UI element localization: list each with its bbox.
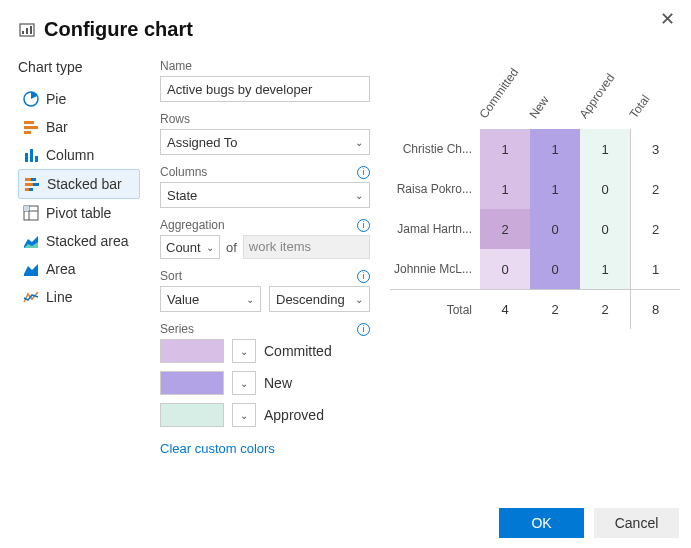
chart-type-label: Bar (46, 119, 68, 135)
pivot-table-icon (22, 204, 40, 222)
svg-rect-2 (26, 28, 28, 34)
series-row: ⌄ Approved (160, 403, 370, 427)
series-name: Committed (264, 343, 332, 359)
sort-by-select[interactable]: Value ⌄ (160, 286, 261, 312)
preview-col-header: Approved (580, 73, 630, 129)
name-label: Name (160, 59, 192, 73)
chevron-down-icon: ⌄ (240, 378, 248, 389)
chart-type-label: Stacked area (46, 233, 129, 249)
chevron-down-icon: ⌄ (206, 242, 214, 253)
ok-button[interactable]: OK (499, 508, 584, 538)
series-name: New (264, 375, 292, 391)
chart-type-heading: Chart type (18, 59, 140, 75)
column-icon (22, 146, 40, 164)
close-icon: ✕ (660, 9, 675, 29)
area-icon (22, 260, 40, 278)
preview-row: Jamal Hartn... 2 0 0 2 (390, 209, 680, 249)
pie-icon (22, 90, 40, 108)
preview-row: Raisa Pokro... 1 1 0 2 (390, 169, 680, 209)
info-icon[interactable]: i (357, 323, 370, 336)
aggregation-select[interactable]: Count ⌄ (160, 235, 220, 259)
chart-type-label: Pivot table (46, 205, 111, 221)
chart-type-stacked-bar[interactable]: Stacked bar (18, 169, 140, 199)
aggregation-label: Aggregation (160, 218, 225, 232)
chart-type-stacked-area[interactable]: Stacked area (18, 227, 140, 255)
chart-type-pivot-table[interactable]: Pivot table (18, 199, 140, 227)
chevron-down-icon: ⌄ (355, 137, 363, 148)
svg-rect-11 (25, 178, 31, 181)
color-picker-committed[interactable]: ⌄ (232, 339, 256, 363)
bar-icon (22, 118, 40, 136)
svg-rect-3 (30, 26, 32, 34)
columns-select[interactable]: State ⌄ (160, 182, 370, 208)
cancel-button[interactable]: Cancel (594, 508, 679, 538)
color-picker-approved[interactable]: ⌄ (232, 403, 256, 427)
svg-rect-16 (29, 188, 33, 191)
preview-col-header: New (530, 73, 580, 129)
color-swatch-committed[interactable] (160, 339, 224, 363)
chart-type-label: Pie (46, 91, 66, 107)
chevron-down-icon: ⌄ (246, 294, 254, 305)
color-swatch-approved[interactable] (160, 403, 224, 427)
info-icon[interactable]: i (357, 270, 370, 283)
dialog-title: Configure chart (44, 18, 193, 41)
preview-row: Christie Ch... 1 1 1 3 (390, 129, 680, 169)
series-row: ⌄ New (160, 371, 370, 395)
svg-rect-20 (24, 206, 29, 211)
chevron-down-icon: ⌄ (355, 190, 363, 201)
preview-col-header: Committed (480, 73, 530, 129)
chevron-down-icon: ⌄ (240, 346, 248, 357)
series-label: Series (160, 322, 194, 336)
aggregation-unit-input: work items (243, 235, 370, 259)
preview-row: Johnnie McL... 0 0 1 1 (390, 249, 680, 289)
series-row: ⌄ Committed (160, 339, 370, 363)
sort-direction-select[interactable]: Descending ⌄ (269, 286, 370, 312)
svg-rect-8 (25, 153, 28, 162)
clear-custom-colors-link[interactable]: Clear custom colors (160, 441, 275, 456)
svg-rect-6 (24, 126, 38, 129)
name-input[interactable] (160, 76, 370, 102)
preview-col-header: Total (630, 73, 680, 129)
chart-type-label: Area (46, 261, 76, 277)
svg-rect-5 (24, 121, 34, 124)
svg-rect-7 (24, 131, 31, 134)
of-label: of (226, 240, 237, 255)
chevron-down-icon: ⌄ (355, 294, 363, 305)
chart-config-icon (18, 21, 36, 39)
close-button[interactable]: ✕ (654, 6, 681, 32)
svg-rect-13 (25, 183, 33, 186)
stacked-area-icon (22, 232, 40, 250)
rows-label: Rows (160, 112, 190, 126)
chart-type-area[interactable]: Area (18, 255, 140, 283)
preview-total-row: Total 4 2 2 8 (390, 289, 680, 329)
color-picker-new[interactable]: ⌄ (232, 371, 256, 395)
columns-label: Columns (160, 165, 207, 179)
info-icon[interactable]: i (357, 166, 370, 179)
series-name: Approved (264, 407, 324, 423)
color-swatch-new[interactable] (160, 371, 224, 395)
svg-rect-1 (22, 31, 24, 34)
chart-type-label: Line (46, 289, 72, 305)
svg-rect-9 (30, 149, 33, 162)
chart-type-label: Column (46, 147, 94, 163)
svg-rect-15 (25, 188, 29, 191)
chart-preview: Committed New Approved Total Christie Ch… (390, 59, 680, 466)
rows-select[interactable]: Assigned To ⌄ (160, 129, 370, 155)
chart-type-line[interactable]: Line (18, 283, 140, 311)
chart-type-column[interactable]: Column (18, 141, 140, 169)
line-icon (22, 288, 40, 306)
svg-rect-14 (33, 183, 39, 186)
chevron-down-icon: ⌄ (240, 410, 248, 421)
chart-type-pie[interactable]: Pie (18, 85, 140, 113)
chart-type-bar[interactable]: Bar (18, 113, 140, 141)
svg-rect-10 (35, 156, 38, 162)
sort-label: Sort (160, 269, 182, 283)
info-icon[interactable]: i (357, 219, 370, 232)
stacked-bar-icon (23, 175, 41, 193)
svg-rect-12 (31, 178, 36, 181)
chart-type-label: Stacked bar (47, 176, 122, 192)
